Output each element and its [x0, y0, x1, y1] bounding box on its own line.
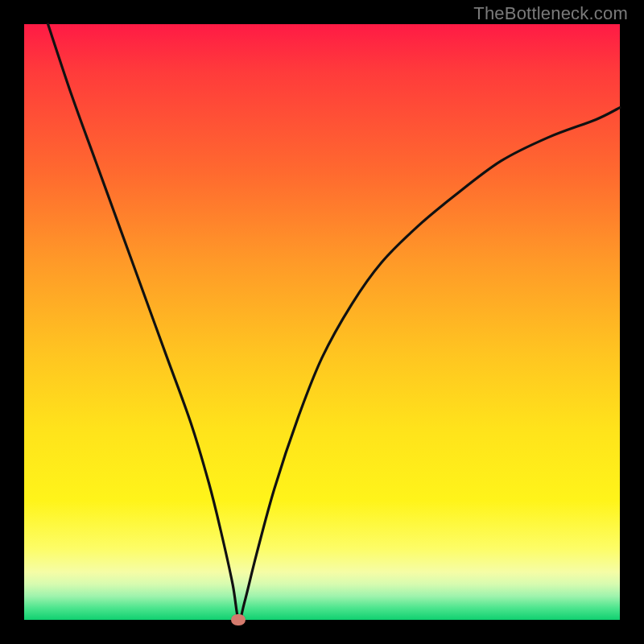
watermark-text: TheBottleneck.com: [473, 3, 628, 24]
chart-frame: TheBottleneck.com: [0, 0, 644, 644]
plot-area: [24, 24, 620, 620]
curve-svg: [24, 24, 620, 620]
minimum-marker: [231, 614, 246, 625]
bottleneck-curve: [48, 24, 620, 621]
